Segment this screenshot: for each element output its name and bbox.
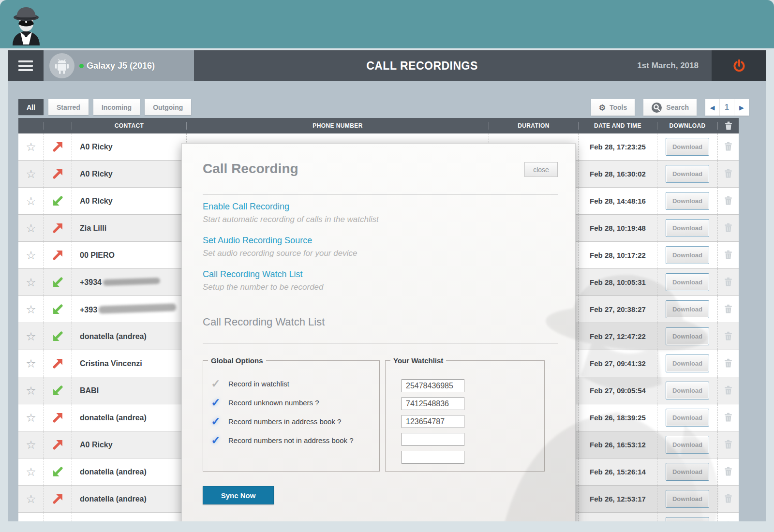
star-icon[interactable]: ☆ bbox=[26, 358, 36, 369]
star-icon[interactable]: ☆ bbox=[26, 141, 36, 153]
search-icon bbox=[651, 102, 662, 113]
contact-name: Zia Lilli bbox=[80, 224, 106, 233]
trash-icon[interactable] bbox=[724, 494, 732, 504]
star-icon[interactable]: ☆ bbox=[26, 520, 36, 522]
col-phone: PHONE NUMBER bbox=[186, 122, 489, 130]
contact-name: +3934 bbox=[80, 278, 160, 287]
gear-icon: ⚙ bbox=[599, 103, 606, 112]
contact-name: donatella (andrea) bbox=[80, 495, 147, 503]
modal-link-set-audio-recording-source[interactable]: Set Audio Recording Source bbox=[203, 236, 558, 246]
watchlist-input-5[interactable] bbox=[402, 451, 464, 464]
star-icon[interactable]: ☆ bbox=[26, 412, 36, 424]
tab-all[interactable]: All bbox=[18, 99, 44, 115]
trash-icon[interactable] bbox=[724, 196, 732, 207]
trash-icon[interactable] bbox=[724, 223, 732, 234]
watchlist-input-3[interactable] bbox=[402, 415, 464, 428]
star-icon[interactable]: ☆ bbox=[26, 331, 36, 342]
download-button[interactable]: Download bbox=[666, 192, 709, 210]
android-avatar-icon bbox=[49, 53, 74, 78]
incoming-call-icon bbox=[44, 296, 72, 323]
direction-icon bbox=[44, 513, 72, 521]
modal-link-desc: Set audio recording source for your devi… bbox=[203, 249, 558, 258]
download-button[interactable]: Download bbox=[666, 273, 709, 291]
trash-icon[interactable] bbox=[724, 521, 732, 522]
download-button[interactable]: Download bbox=[666, 409, 709, 427]
datetime-text: Feb 26, 18:39:25 bbox=[590, 414, 646, 422]
download-button[interactable]: Download bbox=[666, 463, 709, 481]
trash-icon[interactable] bbox=[724, 467, 732, 477]
download-button[interactable]: Download bbox=[666, 327, 709, 345]
star-icon[interactable]: ☆ bbox=[26, 385, 36, 397]
trash-icon[interactable] bbox=[724, 358, 732, 369]
device-selector[interactable]: Galaxy J5 (2016) bbox=[44, 50, 194, 81]
modal-link-call-recording-watch-list[interactable]: Call Recording Watch List bbox=[203, 269, 558, 280]
option-record-numbers-not-in-address-book[interactable]: ✓Record numbers not in address book ? bbox=[203, 431, 379, 450]
download-button[interactable]: Download bbox=[666, 246, 709, 264]
option-record-unknown-numbers[interactable]: ✓Record unknown numbers ? bbox=[203, 393, 379, 412]
trash-icon[interactable] bbox=[724, 277, 732, 288]
contact-name: donatella (andrea) bbox=[80, 332, 147, 341]
tab-starred[interactable]: Starred bbox=[48, 99, 89, 115]
watchlist-section-title: Call Recording Watch List bbox=[203, 316, 325, 328]
close-button[interactable]: close bbox=[524, 162, 558, 177]
trash-icon[interactable] bbox=[724, 331, 732, 342]
trash-icon[interactable] bbox=[724, 142, 732, 152]
sync-now-button[interactable]: Sync Now bbox=[203, 486, 274, 504]
modal-link-enable-call-recording[interactable]: Enable Call Recording bbox=[203, 202, 558, 212]
global-options-legend: Global Options bbox=[208, 356, 266, 365]
divider bbox=[203, 194, 558, 194]
header-date: 1st March, 2018 bbox=[637, 50, 699, 81]
download-button[interactable]: Download bbox=[666, 165, 709, 183]
tools-button[interactable]: ⚙ Tools bbox=[591, 99, 635, 116]
next-page-button[interactable]: ▶ bbox=[734, 99, 749, 116]
star-icon[interactable]: ☆ bbox=[26, 466, 36, 478]
star-icon[interactable]: ☆ bbox=[26, 304, 36, 315]
watchlist-input-1[interactable] bbox=[402, 379, 464, 392]
option-label: Record numbers in address book ? bbox=[228, 417, 341, 426]
trash-icon[interactable] bbox=[724, 440, 732, 450]
incoming-call-icon bbox=[44, 269, 72, 296]
download-button[interactable]: Download bbox=[666, 517, 709, 521]
watchlist-input-4[interactable] bbox=[402, 433, 464, 446]
datetime-text: Feb 26, 15:26:14 bbox=[590, 468, 646, 476]
trash-icon[interactable] bbox=[724, 169, 732, 179]
search-button[interactable]: Search bbox=[643, 99, 697, 116]
contact-name: A0 Ricky bbox=[80, 143, 113, 151]
contact-name: Cristina Vincenzi bbox=[80, 359, 142, 368]
hamburger-menu-button[interactable] bbox=[8, 50, 44, 81]
contact-name: A0 Ricky bbox=[80, 441, 113, 449]
tab-outgoing[interactable]: Outgoing bbox=[145, 99, 191, 115]
trash-icon[interactable] bbox=[724, 304, 732, 315]
datetime-text: Feb 28, 16:30:02 bbox=[590, 170, 646, 178]
incoming-call-icon bbox=[44, 323, 72, 350]
option-record-in-watchlist[interactable]: ✓Record in watchlist bbox=[203, 374, 379, 393]
download-button[interactable]: Download bbox=[666, 382, 709, 399]
modal-link-desc: Start automatic recording of calls in th… bbox=[203, 215, 558, 224]
trash-icon[interactable] bbox=[724, 385, 732, 396]
star-icon[interactable]: ☆ bbox=[26, 439, 36, 451]
option-label: Record in watchlist bbox=[228, 380, 289, 388]
star-icon[interactable]: ☆ bbox=[26, 277, 36, 288]
app-window: Galaxy J5 (2016) CALL RECORDINGS 1st Mar… bbox=[8, 50, 766, 521]
contact-name: donatella (andrea) bbox=[80, 414, 147, 422]
download-button[interactable]: Download bbox=[666, 355, 709, 372]
star-icon[interactable]: ☆ bbox=[26, 493, 36, 505]
trash-icon[interactable] bbox=[724, 413, 732, 423]
star-icon[interactable]: ☆ bbox=[26, 222, 36, 234]
watchlist-input-2[interactable] bbox=[402, 397, 464, 410]
download-button[interactable]: Download bbox=[666, 138, 709, 156]
trash-icon[interactable] bbox=[724, 250, 732, 261]
option-record-numbers-in-address-book[interactable]: ✓Record numbers in address book ? bbox=[203, 412, 379, 431]
star-icon[interactable]: ☆ bbox=[26, 250, 36, 261]
tab-incoming[interactable]: Incoming bbox=[93, 99, 140, 115]
incoming-call-icon bbox=[44, 458, 72, 485]
download-button[interactable]: Download bbox=[666, 436, 709, 454]
download-button[interactable]: Download bbox=[666, 490, 709, 508]
star-icon[interactable]: ☆ bbox=[26, 195, 36, 207]
download-button[interactable]: Download bbox=[666, 300, 709, 318]
star-icon[interactable]: ☆ bbox=[26, 168, 36, 180]
spy-logo-icon bbox=[9, 3, 44, 45]
prev-page-button[interactable]: ◀ bbox=[705, 99, 720, 116]
download-button[interactable]: Download bbox=[666, 219, 709, 237]
power-button[interactable] bbox=[712, 50, 766, 81]
